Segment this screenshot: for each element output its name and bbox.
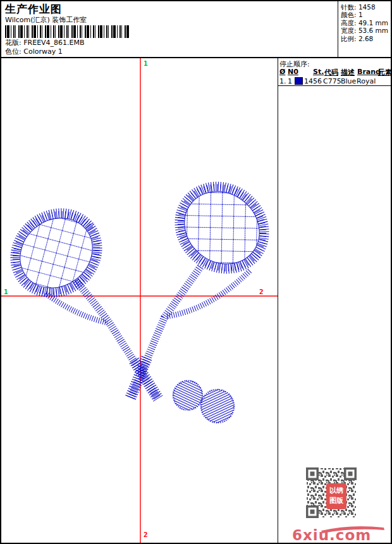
- color-count-value: 1: [358, 11, 363, 18]
- col-diameter: Ø: [279, 68, 285, 76]
- header: 生产作业图 Wilcom(汇京) 装饰工作室 花版: FREEV4_861.EM…: [1, 1, 391, 58]
- width-label: 宽度:: [341, 27, 357, 34]
- site-logo: 6xiu.com: [291, 524, 386, 543]
- racket-left: [1, 195, 158, 399]
- height-label: 高度:: [341, 19, 357, 27]
- table-row: 1. 1 1456 C775 Blue Royal: [278, 77, 391, 86]
- company-name: Wilcom(汇京) 装饰工作室: [5, 16, 338, 24]
- site-logo-text: 6xiu.com: [292, 527, 371, 543]
- body: 1 1 2 2 停止顺序: Ø N0 St. 代码 描述 Brand 元素 1.: [1, 58, 391, 543]
- qr-finder-bottom-left: [306, 505, 319, 518]
- scale-line: 比例: 2.68: [341, 35, 391, 42]
- col-description: 描述: [341, 68, 355, 77]
- marker-bottom-2: 2: [144, 531, 148, 539]
- tennis-ball: [173, 380, 235, 423]
- embroidery-design-svg: 1 1 2 2: [1, 58, 278, 543]
- marker-top-1: 1: [144, 59, 148, 68]
- height-line: 高度: 49.1 mm: [341, 19, 391, 27]
- col-brand: Brand: [357, 68, 381, 76]
- qr-finder-top-left: [306, 467, 319, 480]
- color-count-line: 颜色: 1: [341, 11, 391, 18]
- col-code: 代码: [324, 68, 338, 77]
- site-logo-svg: 6xiu.com: [291, 524, 386, 543]
- marker-left-1: 1: [4, 288, 8, 296]
- pattern-value: FREEV4_861.EMB: [23, 39, 84, 47]
- colorway-label: 色位:: [5, 47, 21, 56]
- pattern-file-line: 花版: FREEV4_861.EMB: [5, 39, 338, 47]
- col-needle: N0: [288, 68, 298, 76]
- color-count-label: 颜色:: [341, 11, 357, 18]
- scale-label: 比例:: [341, 35, 357, 42]
- pattern-label: 花版:: [5, 39, 21, 47]
- barcode: [5, 25, 129, 38]
- production-worksheet: 生产作业图 Wilcom(汇京) 装饰工作室 花版: FREEV4_861.EM…: [0, 0, 392, 544]
- height-value: 49.1 mm: [358, 19, 388, 27]
- header-left: 生产作业图 Wilcom(汇京) 装饰工作室 花版: FREEV4_861.EM…: [1, 1, 338, 57]
- red-seal: 以绣 图版: [326, 483, 346, 509]
- marker-right-2: 2: [259, 288, 264, 296]
- design-stats-box: 针数: 1458 颜色: 1 高度: 49.1 mm 宽度: 53.6 mm 比…: [338, 1, 391, 57]
- col-element: 元素: [378, 68, 391, 77]
- stitch-count-label: 针数:: [341, 3, 357, 11]
- seal-text-line1: 以绣: [326, 486, 346, 496]
- row-needle: 1: [288, 77, 292, 85]
- col-stitches: St.: [313, 68, 324, 76]
- colorway-value: Colorway 1: [23, 47, 62, 56]
- stitch-count-value: 1458: [358, 3, 376, 11]
- stop-table-header: Ø N0 St. 代码 描述 Brand 元素: [278, 68, 391, 77]
- row-brand: Royal: [357, 77, 376, 85]
- row-stitches: 1456: [304, 77, 322, 85]
- scale-value: 2.68: [358, 35, 373, 42]
- row-description: Blue: [341, 77, 356, 85]
- qr-finder-top-right: [344, 467, 357, 480]
- row-seq: 1.: [279, 77, 286, 85]
- right-column: 停止顺序: Ø N0 St. 代码 描述 Brand 元素 1. 1 1456 …: [278, 58, 391, 543]
- page-title: 生产作业图: [5, 3, 338, 15]
- seal-text-line2: 图版: [326, 496, 346, 506]
- colorway-line: 色位: Colorway 1: [5, 47, 338, 56]
- racket-right: [130, 168, 278, 399]
- thread-color-swatch: [295, 77, 303, 85]
- stitch-count-line: 针数: 1458: [341, 3, 391, 11]
- design-canvas: 1 1 2 2: [1, 58, 278, 543]
- qr-code: 以绣 图版: [305, 467, 357, 519]
- width-value: 53.6 mm: [358, 27, 388, 34]
- row-code: C775: [323, 77, 341, 85]
- width-line: 宽度: 53.6 mm: [341, 27, 391, 34]
